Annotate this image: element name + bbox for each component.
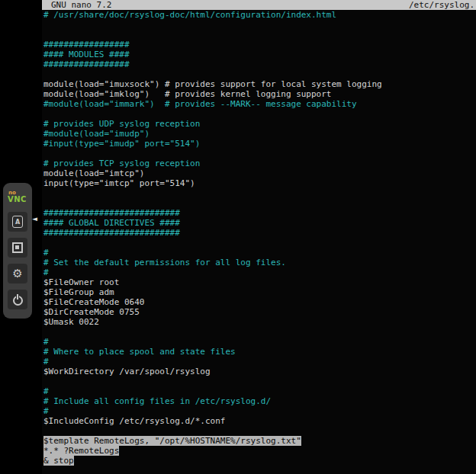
fullscreen-button[interactable] <box>8 238 27 258</box>
editor-line: module(load="imklog") # provides kernel … <box>43 89 476 99</box>
editor-line: #module(load="imudp") <box>43 129 476 139</box>
editor-line: # Set the default permissions for all lo… <box>43 258 476 267</box>
editor-line <box>43 30 476 40</box>
editor-line: # /usr/share/doc/rsyslog-doc/html/config… <box>43 10 476 20</box>
novnc-logo: no VNC <box>8 187 27 206</box>
collapse-arrow-icon: ◄ <box>32 215 37 223</box>
editor-line <box>43 109 476 119</box>
control-bar-handle[interactable]: ◄ <box>32 214 37 223</box>
editor-line <box>43 426 476 436</box>
editor-line: # <box>43 337 476 347</box>
editor-line: $FileOwner root <box>43 277 476 287</box>
editor-line: $FileCreateMode 0640 <box>43 297 476 307</box>
editor-line: $DirCreateMode 0755 <box>43 307 476 317</box>
editor-line <box>43 198 476 208</box>
editor-line: *.* ?RemoteLogs <box>43 446 476 456</box>
settings-button[interactable]: ⚙ <box>8 264 27 283</box>
gear-icon: ⚙ <box>12 268 22 280</box>
editor-line: $Umask 0022 <box>43 317 476 327</box>
power-icon <box>12 294 23 305</box>
editor-line: #module(load="immark") # provides --MARK… <box>43 99 476 109</box>
editor-line <box>43 188 476 198</box>
editor-line: ################# <box>43 40 476 50</box>
editor-line: module(load="imuxsock") # provides suppo… <box>43 79 476 89</box>
clipboard-letter: A <box>15 219 20 226</box>
editor-line: #input(type="imudp" port="514") <box>43 139 476 149</box>
editor-line: # Where to place spool and state files <box>43 347 476 357</box>
editor-line: ########################### <box>43 208 476 218</box>
editor-line <box>43 69 476 79</box>
novnc-control-bar: no VNC A ⚙ <box>3 183 32 319</box>
editor-line <box>43 238 476 248</box>
editor-line: $IncludeConfig /etc/rsyslog.d/*.conf <box>43 416 476 426</box>
editor-line: #### GLOBAL DIRECTIVES #### <box>43 218 476 228</box>
editor-line: & stop <box>43 456 476 466</box>
fullscreen-icon <box>12 242 23 253</box>
editor-line: # <box>43 406 476 416</box>
nano-titlebar: GNU nano 7.2 /etc/rsyslog. <box>42 0 476 10</box>
editor-line: #### MODULES #### <box>43 50 476 59</box>
editor-line: # <box>43 386 476 396</box>
nano-filename: /etc/rsyslog. <box>409 0 474 10</box>
editor-line: # <box>43 248 476 258</box>
editor-line: $FileGroup adm <box>43 287 476 297</box>
editor-line: # provides TCP syslog reception <box>43 159 476 168</box>
editor-line <box>43 20 476 30</box>
terminal-window[interactable]: GNU nano 7.2 /etc/rsyslog. # /usr/share/… <box>42 0 476 474</box>
editor-line: ################# <box>43 59 476 69</box>
editor-line: $template RemoteLogs, "/opt/%HOSTNAME%/r… <box>43 436 476 446</box>
clipboard-icon: A <box>12 216 23 228</box>
editor-line <box>43 327 476 337</box>
editor-line: module(load="imtcp") <box>43 168 476 178</box>
power-button[interactable] <box>8 290 27 309</box>
editor-line: # Include all config files in /etc/rsysl… <box>43 396 476 406</box>
novnc-logo-vnc: VNC <box>8 196 27 203</box>
editor-line: input(type="imtcp" port="514") <box>43 178 476 188</box>
editor-line <box>43 149 476 159</box>
editor-line: ########################### <box>43 228 476 238</box>
editor-line: # provides UDP syslog reception <box>43 119 476 129</box>
editor-line: # <box>43 267 476 277</box>
nano-app-title: GNU nano 7.2 <box>51 0 111 10</box>
editor-line <box>43 376 476 386</box>
editor-line: $WorkDirectory /var/spool/rsyslog <box>43 367 476 376</box>
editor-lines: # /usr/share/doc/rsyslog-doc/html/config… <box>42 10 476 466</box>
editor-line: # <box>43 357 476 367</box>
clipboard-button[interactable]: A <box>8 212 27 232</box>
